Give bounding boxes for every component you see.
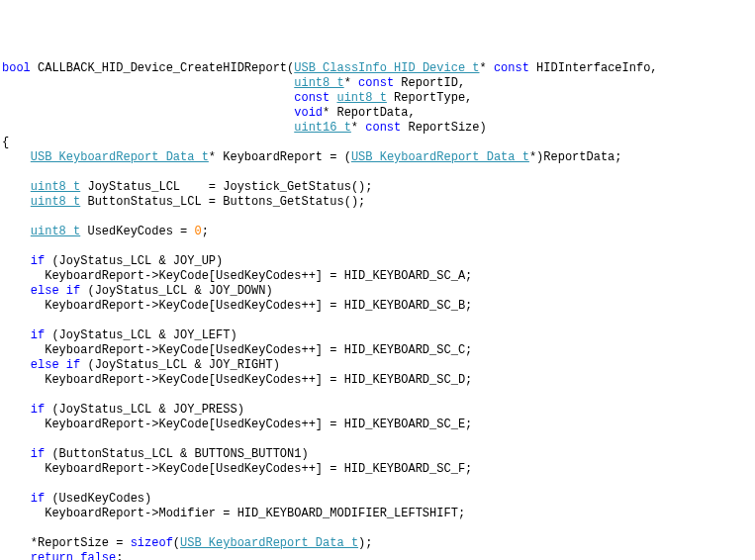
code-line: void* ReportData, <box>2 106 416 120</box>
code-text: (JoyStatus_LCL & JOY_RIGHT) <box>80 358 280 372</box>
code-text: *)ReportData; <box>529 150 622 164</box>
code-text: UsedKeyCodes = <box>80 225 194 238</box>
code-line: { <box>2 136 9 149</box>
code-line: if (ButtonStatus_LCL & BUTTONS_BUTTON1) <box>2 447 309 461</box>
code-line: uint16_t* const ReportSize) <box>2 121 487 135</box>
code-text <box>2 358 31 372</box>
type-name: uint8_t <box>336 91 386 105</box>
keyword-return: return <box>31 551 73 560</box>
code-line: if (JoyStatus_LCL & JOY_PRESS) <box>2 403 244 417</box>
code-text: * KeyboardReport = ( <box>209 150 351 164</box>
keyword-void: void <box>294 106 323 120</box>
type-name: uint8_t <box>31 195 80 209</box>
code-line: bool CALLBACK_HID_Device_CreateHIDReport… <box>2 61 658 75</box>
code-text <box>2 121 294 135</box>
keyword-if: if <box>66 284 80 298</box>
type-name: USB_KeyboardReport_Data_t <box>351 150 529 164</box>
code-text: (UsedKeyCodes) <box>45 492 151 506</box>
code-text <box>2 284 31 298</box>
code-line: *ReportSize = sizeof(USB_KeyboardReport_… <box>2 536 372 550</box>
keyword-if: if <box>66 358 80 372</box>
keyword-else: else <box>31 358 59 372</box>
code-text <box>2 551 31 560</box>
code-text: ButtonStatus_LCL = Buttons_GetStatus(); <box>80 195 365 209</box>
code-line: KeyboardReport->KeyCode[UsedKeyCodes++] … <box>2 269 472 283</box>
code-text <box>2 195 31 209</box>
code-text <box>59 284 66 298</box>
code-text <box>2 254 31 268</box>
code-text: (JoyStatus_LCL & JOY_UP) <box>45 254 223 268</box>
code-line: uint8_t UsedKeyCodes = 0; <box>2 225 209 238</box>
code-line: if (JoyStatus_LCL & JOY_UP) <box>2 254 223 268</box>
keyword-else: else <box>31 284 59 298</box>
code-text: *ReportSize = <box>2 536 131 550</box>
code-line: USB_KeyboardReport_Data_t* KeyboardRepor… <box>2 150 622 164</box>
code-line: KeyboardReport->KeyCode[UsedKeyCodes++] … <box>2 373 472 387</box>
code-text: ReportSize) <box>401 121 486 135</box>
code-text: JoyStatus_LCL = Joystick_GetStatus(); <box>80 180 372 194</box>
number-literal: 0 <box>194 225 201 238</box>
code-line: uint8_t ButtonStatus_LCL = Buttons_GetSt… <box>2 195 365 209</box>
code-text <box>2 492 31 506</box>
keyword-false: false <box>80 551 116 560</box>
code-line: return false; <box>2 551 123 560</box>
code-text: ( <box>173 536 180 550</box>
code-text: ReportType, <box>387 91 472 105</box>
code-line: uint8_t* const ReportID, <box>2 76 465 90</box>
code-text <box>2 91 294 105</box>
keyword-if: if <box>31 492 45 506</box>
code-line: KeyboardReport->Modifier = HID_KEYBOARD_… <box>2 507 465 520</box>
code-text: * <box>480 61 494 75</box>
keyword-if: if <box>31 403 45 417</box>
code-text <box>2 225 31 238</box>
code-line: KeyboardReport->KeyCode[UsedKeyCodes++] … <box>2 299 472 313</box>
code-line: KeyboardReport->KeyCode[UsedKeyCodes++] … <box>2 462 472 476</box>
type-name: uint16_t <box>294 121 351 135</box>
code-text: CALLBACK_HID_Device_CreateHIDReport( <box>31 61 294 75</box>
code-text: (ButtonStatus_LCL & BUTTONS_BUTTON1) <box>45 447 308 461</box>
code-line: const uint8_t ReportType, <box>2 91 472 105</box>
code-text <box>2 328 31 342</box>
keyword-if: if <box>31 447 45 461</box>
code-text: (JoyStatus_LCL & JOY_DOWN) <box>80 284 272 298</box>
type-name: uint8_t <box>31 180 80 194</box>
code-text: HIDInterfaceInfo, <box>529 61 658 75</box>
code-line: KeyboardReport->KeyCode[UsedKeyCodes++] … <box>2 418 472 431</box>
code-line: if (JoyStatus_LCL & JOY_LEFT) <box>2 328 237 342</box>
code-text: * <box>344 76 358 90</box>
code-text: (JoyStatus_LCL & JOY_PRESS) <box>45 403 244 417</box>
type-name: USB_KeyboardReport_Data_t <box>31 150 209 164</box>
code-text <box>2 447 31 461</box>
keyword-bool: bool <box>2 61 31 75</box>
code-line: else if (JoyStatus_LCL & JOY_DOWN) <box>2 284 273 298</box>
code-text <box>59 358 66 372</box>
code-text <box>2 106 294 120</box>
code-line: KeyboardReport->KeyCode[UsedKeyCodes++] … <box>2 343 472 357</box>
code-text: (JoyStatus_LCL & JOY_LEFT) <box>45 328 236 342</box>
code-block: bool CALLBACK_HID_Device_CreateHIDReport… <box>2 61 753 560</box>
type-name: uint8_t <box>31 225 80 238</box>
code-text: ReportID, <box>394 76 465 90</box>
code-text <box>2 76 294 90</box>
code-line: else if (JoyStatus_LCL & JOY_RIGHT) <box>2 358 280 372</box>
code-text: ; <box>116 551 123 560</box>
code-line: if (UsedKeyCodes) <box>2 492 151 506</box>
code-text: * ReportData, <box>323 106 416 120</box>
keyword-if: if <box>31 254 45 268</box>
keyword-const: const <box>494 61 529 75</box>
type-name: USB_KeyboardReport_Data_t <box>180 536 358 550</box>
code-text <box>2 180 31 194</box>
keyword-if: if <box>31 328 45 342</box>
code-text: ; <box>202 225 209 238</box>
keyword-sizeof: sizeof <box>131 536 173 550</box>
code-text <box>2 150 31 164</box>
type-name: uint8_t <box>294 76 343 90</box>
keyword-const: const <box>365 121 401 135</box>
code-text <box>2 403 31 417</box>
keyword-const: const <box>294 91 330 105</box>
type-name: USB_ClassInfo_HID_Device_t <box>294 61 479 75</box>
code-line: uint8_t JoyStatus_LCL = Joystick_GetStat… <box>2 180 372 194</box>
code-text: * <box>351 121 365 135</box>
keyword-const: const <box>358 76 394 90</box>
code-text: ); <box>358 536 372 550</box>
